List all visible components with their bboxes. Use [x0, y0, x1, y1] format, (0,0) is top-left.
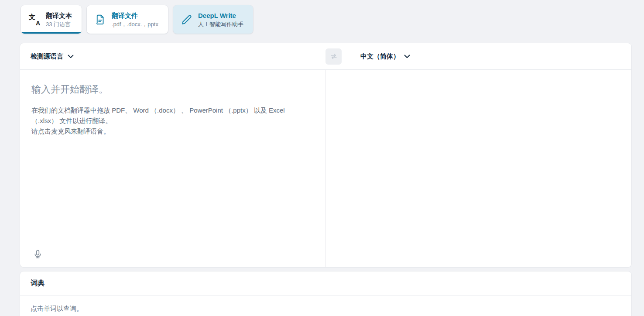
source-text-input[interactable]: 输入并开始翻译。 在我们的文档翻译器中拖放 PDF、 Word （.docx） … [20, 70, 325, 267]
input-placeholder-body: 在我们的文档翻译器中拖放 PDF、 Word （.docx） 、 PowerPo… [31, 105, 295, 137]
tab-deepl-write[interactable]: DeepL Write 人工智能写作助手 [173, 5, 253, 34]
chevron-down-icon [404, 55, 410, 58]
chevron-down-icon [68, 55, 74, 58]
source-language-selector[interactable]: 检测源语言 [20, 52, 74, 61]
top-tabs: 文 A 翻译文本 33 门语言 翻译文件 .pdf，.docx.，pptx [0, 0, 644, 34]
swap-arrows-icon [329, 52, 339, 61]
tab-title: 翻译文件 [112, 11, 158, 20]
source-language-label: 检测源语言 [31, 52, 63, 61]
pencil-icon [181, 14, 192, 25]
tab-translate-text[interactable]: 文 A 翻译文本 33 门语言 [21, 5, 82, 34]
tab-translate-files[interactable]: 翻译文件 .pdf，.docx.，pptx [87, 5, 168, 34]
target-language-label: 中文（简体） [360, 52, 400, 61]
input-placeholder-line1: 在我们的文档翻译器中拖放 PDF、 Word （.docx） 、 PowerPo… [31, 105, 295, 126]
translation-output[interactable] [325, 70, 631, 267]
tab-title: DeepL Write [198, 11, 243, 20]
dictionary-title: 词典 [20, 271, 631, 295]
translator-card: 检测源语言 中文（简体） [20, 43, 631, 267]
dictionary-hint: 点击单词以查询。 [20, 295, 631, 313]
tab-subtitle: .pdf，.docx.，pptx [112, 21, 158, 28]
microphone-icon [33, 249, 43, 259]
document-icon [95, 14, 106, 26]
tab-title: 翻译文本 [46, 11, 72, 20]
swap-languages-button[interactable] [325, 48, 342, 65]
translate-icon: 文 A [29, 14, 40, 26]
tab-subtitle: 33 门语言 [46, 21, 72, 28]
input-placeholder-title: 输入并开始翻译。 [31, 83, 308, 96]
target-language-selector[interactable]: 中文（简体） [360, 52, 410, 61]
microphone-button[interactable] [31, 247, 45, 261]
language-bar: 检测源语言 中文（简体） [20, 43, 631, 70]
input-placeholder-line2: 请点击麦克风来翻译语音。 [31, 126, 295, 137]
dictionary-card: 词典 点击单词以查询。 [20, 271, 631, 316]
tab-subtitle: 人工智能写作助手 [198, 21, 243, 28]
